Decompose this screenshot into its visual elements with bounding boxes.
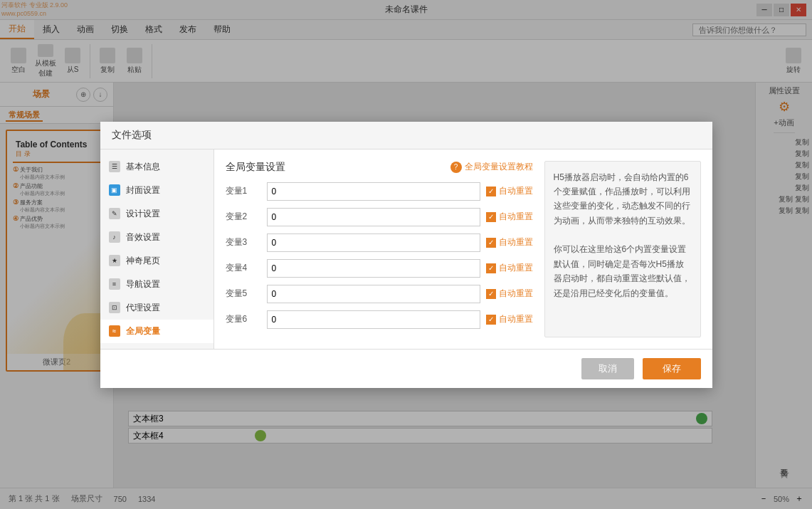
navigation-icon: ≡ xyxy=(109,278,120,290)
modal-overlay: 文件选项 ☰ 基本信息 ▣ 封面设置 ✎ 设计设置 ♪ xyxy=(0,0,812,509)
var-2-check-label: 自动重置 xyxy=(499,211,533,223)
var-5-check-icon[interactable] xyxy=(486,289,496,299)
var-3-label: 变量3 xyxy=(226,236,261,248)
basic-info-label: 基本信息 xyxy=(126,161,160,173)
var-6-check-label: 自动重置 xyxy=(499,313,533,325)
var-row-2: 变量2 自动重置 xyxy=(226,208,533,226)
var-2-check-icon[interactable] xyxy=(486,212,496,222)
var-row-4: 变量4 自动重置 xyxy=(226,259,533,278)
modal-nav-design[interactable]: ✎ 设计设置 xyxy=(100,202,213,226)
modal-title-text: 文件选项 xyxy=(112,129,152,140)
magic-icon: ★ xyxy=(109,255,120,266)
var-3-check-label: 自动重置 xyxy=(499,236,533,248)
var-5-check-label: 自动重置 xyxy=(499,288,533,300)
var-1-check-icon[interactable] xyxy=(486,187,496,196)
content-title-text: 全局变量设置 xyxy=(226,161,285,174)
cover-icon: ▣ xyxy=(109,184,120,196)
var-5-label: 变量5 xyxy=(226,288,261,300)
global-var-icon: ≈ xyxy=(109,325,120,337)
var-2-input[interactable] xyxy=(267,208,480,226)
var-row-1: 变量1 自动重置 xyxy=(226,182,533,201)
design-icon: ✎ xyxy=(109,208,120,219)
global-var-label: 全局变量 xyxy=(126,325,160,337)
desc-text: H5播放器启动时，会自动给内置的6个变量赋值，作品播放时，可以利用这些变量的变化… xyxy=(554,170,692,229)
var-row-6: 变量6 自动重置 xyxy=(226,310,533,329)
modal-nav-audio[interactable]: ♪ 音效设置 xyxy=(100,226,213,249)
modal-content-left: 全局变量设置 ? 全局变量设置教程 变量1 自动重置 xyxy=(226,161,533,337)
help-text: 全局变量设置教程 xyxy=(465,161,533,173)
audio-icon: ♪ xyxy=(109,231,120,243)
var-3-checkbox[interactable]: 自动重置 xyxy=(486,236,533,248)
var-5-input[interactable] xyxy=(267,285,480,303)
modal-content-title: 全局变量设置 ? 全局变量设置教程 xyxy=(226,161,533,174)
modal-main-content: 全局变量设置 ? 全局变量设置教程 变量1 自动重置 xyxy=(214,149,712,349)
basic-info-icon: ☰ xyxy=(109,161,120,172)
var-3-check-icon[interactable] xyxy=(486,238,496,248)
design-label: 设计设置 xyxy=(126,208,160,220)
var-4-label: 变量4 xyxy=(226,262,261,274)
var-6-input[interactable] xyxy=(267,310,480,329)
help-link[interactable]: ? 全局变量设置教程 xyxy=(450,161,533,173)
modal-nav-cover[interactable]: ▣ 封面设置 xyxy=(100,179,213,202)
modal-body: ☰ 基本信息 ▣ 封面设置 ✎ 设计设置 ♪ 音效设置 ★ 神奇尾页 xyxy=(100,149,712,349)
magic-label: 神奇尾页 xyxy=(126,255,160,267)
var-4-input[interactable] xyxy=(267,259,480,278)
modal-dialog: 文件选项 ☰ 基本信息 ▣ 封面设置 ✎ 设计设置 ♪ xyxy=(100,122,712,388)
proxy-icon: ⊡ xyxy=(109,302,120,313)
save-button[interactable]: 保存 xyxy=(643,358,701,379)
var-1-label: 变量1 xyxy=(226,185,261,197)
help-icon: ? xyxy=(450,162,462,173)
var-5-checkbox[interactable]: 自动重置 xyxy=(486,288,533,300)
modal-description: H5播放器启动时，会自动给内置的6个变量赋值，作品播放时，可以利用这些变量的变化… xyxy=(544,161,701,337)
var-4-check-label: 自动重置 xyxy=(499,262,533,274)
modal-nav-navigation[interactable]: ≡ 导航设置 xyxy=(100,273,213,296)
desc-text-2: 你可以在这里给这6个内置变量设置默认值，同时确定是否每次H5播放器启动时，都自动… xyxy=(554,242,692,300)
cancel-button[interactable]: 取消 xyxy=(581,358,634,379)
var-4-check-icon[interactable] xyxy=(486,263,496,273)
var-2-label: 变量2 xyxy=(226,211,261,223)
modal-nav-proxy[interactable]: ⊡ 代理设置 xyxy=(100,296,213,320)
modal-footer: 取消 保存 xyxy=(100,349,712,388)
modal-nav-magic[interactable]: ★ 神奇尾页 xyxy=(100,249,213,273)
modal-header: 文件选项 xyxy=(100,122,712,149)
modal-nav-global-var[interactable]: ≈ 全局变量 xyxy=(100,320,213,343)
modal-nav: ☰ 基本信息 ▣ 封面设置 ✎ 设计设置 ♪ 音效设置 ★ 神奇尾页 xyxy=(100,149,214,349)
var-1-checkbox[interactable]: 自动重置 xyxy=(486,185,533,197)
var-6-label: 变量6 xyxy=(226,313,261,325)
navigation-label: 导航设置 xyxy=(126,278,160,290)
var-row-3: 变量3 自动重置 xyxy=(226,233,533,252)
var-1-check-label: 自动重置 xyxy=(499,185,533,197)
cover-label: 封面设置 xyxy=(126,184,160,196)
var-4-checkbox[interactable]: 自动重置 xyxy=(486,262,533,274)
proxy-label: 代理设置 xyxy=(126,302,160,314)
var-6-checkbox[interactable]: 自动重置 xyxy=(486,313,533,325)
modal-nav-basic-info[interactable]: ☰ 基本信息 xyxy=(100,155,213,179)
var-6-check-icon[interactable] xyxy=(486,315,496,325)
audio-label: 音效设置 xyxy=(126,231,160,243)
var-2-checkbox[interactable]: 自动重置 xyxy=(486,211,533,223)
var-1-input[interactable] xyxy=(267,182,480,201)
var-3-input[interactable] xyxy=(267,233,480,252)
var-row-5: 变量5 自动重置 xyxy=(226,285,533,303)
